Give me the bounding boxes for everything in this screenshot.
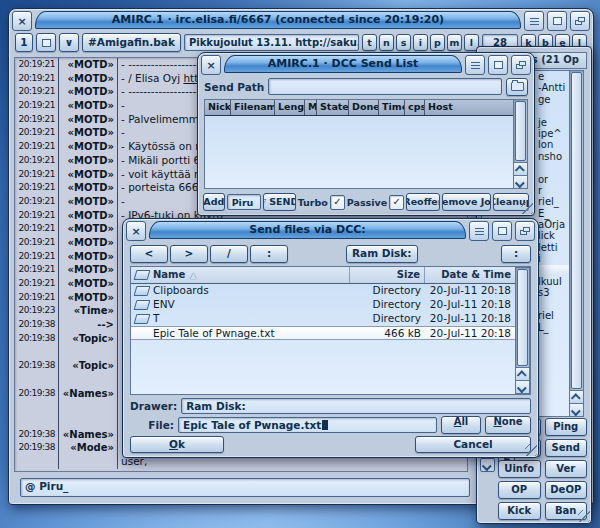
dcc-column-header[interactable]: Time <box>379 100 405 115</box>
user-action-button[interactable]: Kick <box>498 502 541 520</box>
channel-mode-button[interactable]: t <box>362 34 377 51</box>
user-action-button[interactable]: Ver <box>545 460 588 478</box>
channel-mode-button[interactable]: i <box>413 34 428 51</box>
iconify-icon <box>530 18 539 25</box>
dcc-depth-button[interactable] <box>511 55 531 75</box>
file-row[interactable]: Epic Tale of Pwnage.txt466 kB20-Jul-11 2… <box>131 326 515 340</box>
add-button[interactable]: Add <box>203 193 225 211</box>
picker-titlebar[interactable]: × Send files via DCC: <box>123 219 538 241</box>
nav-button[interactable]: > <box>170 245 208 263</box>
chat-input[interactable]: @ Piru_ <box>20 478 470 497</box>
icon-column-header[interactable] <box>131 267 153 283</box>
user-action-button[interactable]: DeOP <box>545 481 588 499</box>
volume-list-button[interactable]: : <box>501 245 531 263</box>
dcc-column-header[interactable]: M <box>305 100 317 115</box>
picker-depth-button[interactable] <box>515 221 535 241</box>
resize-handle[interactable] <box>578 510 590 522</box>
userlist-scroll-thumb[interactable] <box>571 72 582 389</box>
userlist-scrollbar[interactable] <box>569 70 584 417</box>
dcc-column-header[interactable]: Done <box>349 100 379 115</box>
drawer-icon <box>134 286 151 296</box>
file-row[interactable]: TDirectory20-Jul-11 20:18 <box>131 312 515 326</box>
dcc-column-header[interactable]: Host <box>425 100 513 115</box>
dcc-column-header[interactable]: Nick <box>205 100 231 115</box>
listview-toggle-button[interactable]: ∨ <box>59 33 79 52</box>
user-action-button[interactable]: Uinfo <box>498 460 541 478</box>
main-titlebar[interactable]: × AMIRC.1 · irc.elisa.fi/6667 (connected… <box>9 9 593 31</box>
file-scroll-down-button[interactable] <box>516 380 529 393</box>
file-row[interactable]: ClipboardsDirectory20-Jul-11 20:18 <box>131 284 515 298</box>
main-depth-button[interactable] <box>570 11 590 31</box>
send-path-browse-button[interactable] <box>506 78 528 96</box>
reoffer-button[interactable]: Reoffer <box>406 193 439 211</box>
picker-zoom-button[interactable] <box>492 221 512 241</box>
passive-checkbox[interactable]: ✓ <box>389 195 404 210</box>
send-popup-button[interactable]: ▽SEND <box>263 193 296 211</box>
send-path-row: Send Path <box>204 78 528 95</box>
picker-title[interactable]: Send files via DCC: <box>149 221 466 239</box>
picker-close-button[interactable]: × <box>126 221 146 241</box>
user-action-button[interactable]: Ping <box>545 418 588 436</box>
user-action-button[interactable]: Send <box>545 439 588 457</box>
dcc-scroll-thumb[interactable] <box>515 101 526 161</box>
dcc-column-header[interactable]: State <box>317 100 349 115</box>
dcc-nick-input[interactable]: Piru <box>227 194 261 210</box>
dcc-table-body[interactable] <box>205 116 513 188</box>
name-column-header[interactable]: Name▲ <box>153 267 349 283</box>
file-input-text: Epic Tale of Pwnage.txt <box>183 419 321 431</box>
userlist-scroll-up-button[interactable] <box>570 390 583 403</box>
log-scroll-down-button[interactable] <box>480 458 495 472</box>
channel-mode-button[interactable]: s <box>396 34 411 51</box>
resize-handle[interactable] <box>521 202 533 214</box>
ok-button[interactable]: Ok <box>130 436 224 453</box>
user-action-button[interactable]: OP <box>498 481 541 499</box>
turbo-checkbox[interactable]: ✓ <box>330 195 345 210</box>
size-column-header[interactable]: Size <box>349 267 424 283</box>
main-iconify-button[interactable] <box>524 11 544 31</box>
window-list-button[interactable] <box>36 33 56 52</box>
dcc-column-header[interactable]: Length <box>275 100 305 115</box>
dcc-column-header[interactable]: Filename <box>231 100 275 115</box>
dcc-zoom-button[interactable] <box>488 55 508 75</box>
file-scroll-thumb[interactable] <box>517 269 528 366</box>
drawer-input[interactable]: Ram Disk: <box>181 398 531 414</box>
date-column-header[interactable]: Date & Time <box>424 267 515 283</box>
dcc-titlebar[interactable]: × AMIRC.1 · DCC Send List <box>198 53 534 75</box>
nav-button[interactable]: : <box>250 245 288 263</box>
topic-input[interactable]: Pikkujoulut 13.11. http://saku.amigafin.… <box>184 34 359 51</box>
channel-mode-button[interactable]: n <box>379 34 394 51</box>
log-timestamp: 20:19:38 <box>15 318 59 332</box>
picker-iconify-button[interactable] <box>469 221 489 241</box>
file-row[interactable]: ENVDirectory20-Jul-11 20:18 <box>131 298 515 312</box>
all-button[interactable]: All <box>441 416 481 434</box>
none-button[interactable]: None <box>485 416 531 434</box>
file-list-body[interactable]: ClipboardsDirectory20-Jul-11 20:18ENVDir… <box>131 284 515 394</box>
channel-mode-button[interactable]: m <box>447 34 462 51</box>
dcc-iconify-button[interactable] <box>465 55 485 75</box>
server-number-button[interactable]: 1 <box>15 33 33 52</box>
file-scroll-up-button[interactable] <box>516 367 529 380</box>
dcc-title[interactable]: AMIRC.1 · DCC Send List <box>224 55 462 73</box>
send-path-input[interactable] <box>268 78 502 95</box>
userlist-scroll-down-button[interactable] <box>570 403 583 416</box>
dcc-scroll-up-button[interactable] <box>514 162 527 175</box>
dcc-close-button[interactable]: × <box>201 55 221 75</box>
cancel-button[interactable]: Cancel <box>415 436 531 453</box>
channel-button[interactable]: #Amigafin.bak <box>82 33 181 52</box>
file-input[interactable]: Epic Tale of Pwnage.txt <box>178 417 437 433</box>
dcc-scrollbar[interactable] <box>513 99 528 189</box>
dcc-column-header[interactable]: cps <box>405 100 425 115</box>
remove-job-button[interactable]: Remove Job <box>442 193 491 211</box>
nav-button[interactable]: < <box>130 245 168 263</box>
nav-button[interactable]: / <box>210 245 248 263</box>
volume-button[interactable]: Ram Disk: <box>346 245 418 263</box>
log-tag: «MOTD» <box>59 72 118 86</box>
resize-handle[interactable] <box>525 444 537 456</box>
main-close-button[interactable]: × <box>12 11 32 31</box>
dcc-scroll-down-button[interactable] <box>514 175 527 188</box>
file-list-scrollbar[interactable] <box>515 267 530 394</box>
main-title[interactable]: AMIRC.1 · irc.elisa.fi/6667 (connected s… <box>35 11 521 29</box>
chevron-up-icon <box>515 165 525 175</box>
main-zoom-button[interactable] <box>547 11 567 31</box>
channel-mode-button[interactable]: p <box>430 34 445 51</box>
